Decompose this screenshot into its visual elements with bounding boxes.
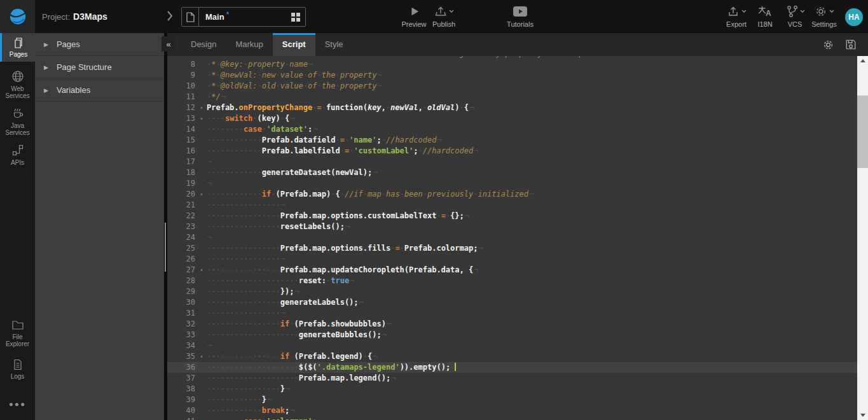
code-line[interactable]: 18············generateDataset(newVal);¬ bbox=[167, 167, 857, 178]
wavemaker-logo[interactable] bbox=[0, 0, 35, 33]
project-breadcrumb: Project: D3Maps bbox=[42, 0, 107, 33]
sidebar-item-apis[interactable]: APIs bbox=[0, 144, 35, 172]
code-line[interactable]: 16············Prefab.labelfield·=·'custo… bbox=[167, 146, 857, 157]
code-line[interactable]: 9·*·@newVal:·new·value·of·the·property¬ bbox=[167, 70, 857, 81]
code-line[interactable]: 21················¬ bbox=[167, 200, 857, 211]
scroll-down-button[interactable] bbox=[857, 410, 868, 420]
code-token: )·{ bbox=[455, 103, 469, 112]
code-line[interactable]: 34¬ bbox=[167, 340, 857, 351]
code-line[interactable]: 40············break;¬ bbox=[167, 405, 857, 416]
code-line[interactable]: 15············Prefab.datafield·=·'name';… bbox=[167, 135, 857, 146]
i18n-button[interactable]: A I18N bbox=[752, 4, 778, 31]
code-token: ·Prefab.colormap; bbox=[400, 244, 478, 253]
more-options-icon[interactable]: ●●● bbox=[0, 400, 35, 409]
code-line[interactable]: 23················resetLabels();¬ bbox=[167, 221, 857, 232]
scrollbar-thumb[interactable] bbox=[857, 95, 868, 168]
code-token: = bbox=[340, 136, 345, 144]
code-line[interactable]: 8·*·@key:·property·name¬ bbox=[167, 59, 857, 70]
panel-section-variables[interactable]: ▶ Variables bbox=[35, 79, 164, 102]
tab-markup[interactable]: Markup bbox=[226, 33, 272, 56]
line-end-marker: ¬ bbox=[478, 244, 483, 253]
page-tab-main[interactable]: Main * bbox=[181, 7, 306, 27]
panel-section-pages[interactable]: ▶ Pages bbox=[35, 33, 164, 56]
user-avatar[interactable]: HA bbox=[845, 8, 863, 26]
fold-gutter bbox=[196, 254, 207, 265]
scroll-up-button[interactable] bbox=[857, 56, 868, 66]
preview-button[interactable]: Preview bbox=[399, 4, 429, 31]
code-token: if bbox=[262, 190, 271, 199]
code-line[interactable]: 25················Prefab.map.options.fil… bbox=[167, 243, 857, 254]
wave-logo-icon bbox=[8, 7, 27, 26]
save-button[interactable] bbox=[845, 39, 857, 50]
code-line[interactable]: 11·*/¬ bbox=[167, 92, 857, 102]
code-line[interactable]: 35▾················if·(Prefab.legend)·{¬ bbox=[167, 351, 857, 362]
vcs-button[interactable]: VCS bbox=[780, 4, 810, 31]
pages-grid-icon[interactable] bbox=[291, 12, 301, 22]
tutorials-button[interactable]: Tutorials bbox=[502, 4, 538, 31]
code-line[interactable]: 13▾····switch·(key)·{¬ bbox=[167, 113, 857, 124]
fold-icon[interactable]: ▾ bbox=[196, 102, 207, 113]
sidebar-item-web-services[interactable]: Web Services bbox=[0, 70, 35, 103]
code-line[interactable]: 41········case·'colormap':¬ bbox=[167, 416, 857, 420]
chevron-down-icon bbox=[449, 10, 454, 13]
panel-collapse-button[interactable]: « bbox=[162, 36, 176, 52]
fold-gutter bbox=[196, 395, 207, 405]
code-line[interactable]: 22················Prefab.map.options.cus… bbox=[167, 211, 857, 221]
fold-gutter bbox=[196, 373, 207, 384]
code-line[interactable]: 14········case·'dataset':¬ bbox=[167, 124, 857, 135]
code-line[interactable]: 27▾················Prefab.map.updateChor… bbox=[167, 265, 857, 276]
code-line[interactable]: 26················¬ bbox=[167, 254, 857, 265]
tab-design[interactable]: Design bbox=[181, 33, 226, 56]
code-line[interactable]: 29················});¬ bbox=[167, 286, 857, 297]
editor-scrollbar[interactable] bbox=[857, 56, 868, 420]
code-token: ·*·This·method·will·be·invoked·whenever·… bbox=[207, 56, 607, 58]
fold-icon[interactable]: ▾ bbox=[196, 189, 207, 200]
code-token: ············Prefab.labelfield· bbox=[207, 146, 345, 155]
code-line[interactable]: 19¬ bbox=[167, 178, 857, 189]
fold-gutter bbox=[196, 92, 207, 102]
sidebar-item-label: Logs bbox=[11, 373, 25, 380]
export-button[interactable]: Export bbox=[721, 4, 752, 31]
sidebar-item-logs[interactable]: Logs bbox=[0, 359, 35, 389]
code-text: ············}¬ bbox=[207, 395, 857, 405]
code-line[interactable]: 30················generateLabels();¬ bbox=[167, 297, 857, 308]
code-line[interactable]: 24¬ bbox=[167, 232, 857, 243]
sidebar-item-label: Pages bbox=[10, 51, 27, 58]
sidebar-item-label: Java Services bbox=[0, 122, 35, 136]
code-line[interactable]: 33····················generateBubbles();… bbox=[167, 330, 857, 340]
code-text: ····················generateBubbles();¬ bbox=[207, 330, 857, 340]
panel-section-page-structure[interactable]: ▶ Page Structure bbox=[35, 56, 164, 79]
line-end-marker: ¬ bbox=[207, 179, 212, 188]
code-line[interactable]: 12▾Prefab.onPropertyChange·=·function(ke… bbox=[167, 102, 857, 113]
tab-script[interactable]: Script bbox=[273, 33, 315, 56]
line-number: 27 bbox=[167, 265, 196, 276]
code-line[interactable]: 31················¬ bbox=[167, 308, 857, 319]
fold-icon[interactable]: ▾ bbox=[196, 351, 207, 362]
code-token: //hardcoded bbox=[386, 136, 436, 144]
settings-button[interactable]: Settings bbox=[809, 4, 839, 31]
code-line[interactable]: 20▾············if·(Prefab.map)·{·//if·ma… bbox=[167, 189, 857, 200]
code-editor[interactable]: 7·*·This·method·will·be·invoked·whenever… bbox=[167, 56, 857, 420]
fold-icon[interactable]: ▾ bbox=[196, 113, 207, 124]
code-line[interactable]: 38················}¬ bbox=[167, 384, 857, 395]
code-line[interactable]: 10·*·@oldVal:·old·value·of·the·property¬ bbox=[167, 81, 857, 92]
code-line[interactable]: 17¬ bbox=[167, 157, 857, 167]
sidebar-item-file-explorer[interactable]: File Explorer bbox=[0, 319, 35, 355]
editor-settings-button[interactable] bbox=[822, 39, 834, 51]
code-line[interactable]: 37····················Prefab.map.legend(… bbox=[167, 373, 857, 384]
code-token: ····················Prefab.map.legend(); bbox=[207, 374, 390, 382]
publish-icon bbox=[434, 5, 447, 18]
chevron-down-icon bbox=[800, 10, 805, 13]
code-line[interactable]: 36····················$($('.datamaps-leg… bbox=[167, 362, 857, 373]
tab-style[interactable]: Style bbox=[315, 33, 353, 56]
code-line[interactable]: 32················if·(Prefab.showbubbles… bbox=[167, 319, 857, 330]
code-line[interactable]: 39············}¬ bbox=[167, 395, 857, 405]
code-token: ················}); bbox=[207, 287, 294, 296]
fold-icon[interactable]: ▾ bbox=[196, 265, 207, 276]
code-token: ····················generateBubbles(); bbox=[207, 330, 382, 339]
panel-scrollbar-thumb[interactable] bbox=[165, 223, 166, 272]
sidebar-item-java-services[interactable]: Java Services bbox=[0, 107, 35, 140]
sidebar-item-pages[interactable]: Pages bbox=[0, 33, 35, 62]
publish-button[interactable]: Publish bbox=[426, 4, 462, 31]
code-line[interactable]: 28····················reset:·true¬ bbox=[167, 276, 857, 286]
